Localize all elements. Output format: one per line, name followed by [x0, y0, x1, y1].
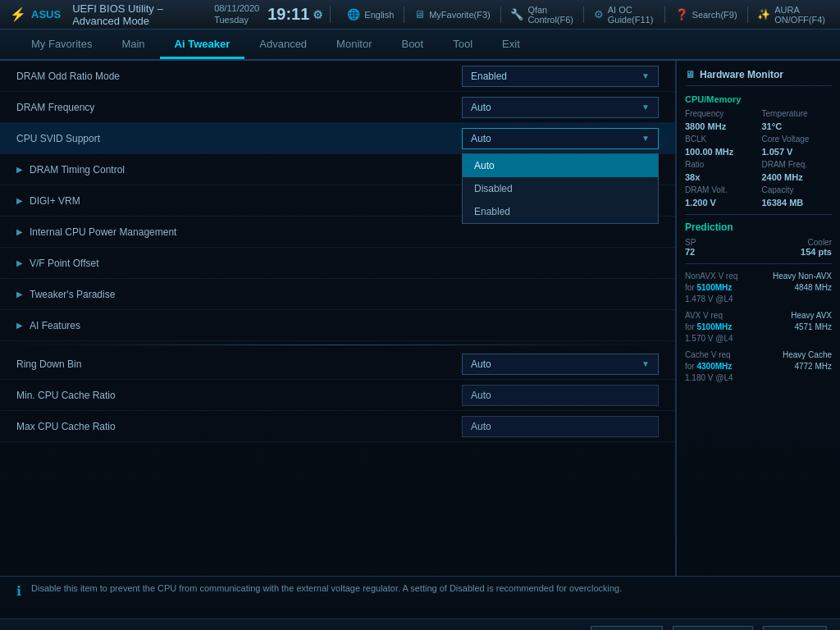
- hw-sp-col: SP 72: [685, 238, 696, 257]
- hw-pred-0-detail: 1.478 V @L4: [685, 294, 733, 304]
- internal-cpu-expand-icon: ▶: [16, 227, 23, 236]
- hw-metric-ratio-label: Ratio: [685, 160, 756, 169]
- hw-pred-0-freq: 5100MHz: [696, 283, 732, 292]
- header-divider-1: [330, 7, 331, 23]
- nav-ai-tweaker[interactable]: Ai Tweaker: [160, 31, 245, 59]
- ring-down-bin-selected: Auto: [471, 358, 491, 370]
- hw-metric-dramvolt-value: 1.200 V: [685, 198, 756, 208]
- header-nav-qfan[interactable]: 🔧 Qfan Control(F6): [505, 3, 578, 26]
- hw-pred-0-left: NonAVX V req for 5100MHz 1.478 V @L4: [685, 271, 737, 305]
- hw-monitor-title-text: Hardware Monitor: [700, 69, 783, 80]
- hw-pred-2-right-value: 4772 MHz: [794, 362, 832, 371]
- hw-metric-freq-label: Frequency: [685, 109, 756, 118]
- dropdown-option-enabled[interactable]: Enabled: [463, 200, 658, 223]
- ring-down-bin-dropdown[interactable]: Auto ▼: [462, 354, 659, 375]
- nav-advanced[interactable]: Advanced: [244, 31, 322, 59]
- header-nav-myfavorite[interactable]: 🖥 MyFavorite(F3): [409, 7, 495, 22]
- max-cpu-cache-input[interactable]: Auto: [462, 416, 659, 437]
- hw-cooler-col: Cooler 154 pts: [801, 238, 832, 257]
- header-nav-language[interactable]: 🌐 English: [342, 7, 399, 22]
- nav-boot[interactable]: Boot: [386, 31, 438, 59]
- dropdown-option-disabled[interactable]: Disabled: [463, 177, 658, 200]
- hw-metric-bclk-value: 100.00 MHz: [685, 147, 756, 157]
- nav-exit[interactable]: Exit: [487, 31, 535, 59]
- aura-label: AURA ON/OFF(F4): [774, 5, 825, 25]
- ez-mode-btn[interactable]: EzMode(F7) →: [673, 626, 754, 631]
- hw-metric-ratio-value: 38x: [685, 172, 756, 182]
- cpu-svid-dropdown[interactable]: Auto ▼: [462, 128, 659, 149]
- hw-metric-dramfreq-value: 2400 MHz: [762, 172, 833, 182]
- ai-features-expand-icon: ▶: [16, 321, 23, 330]
- ring-down-bin-label: Ring Down Bin: [16, 358, 462, 370]
- dram-odd-ratio-dropdown[interactable]: Enabled ▼: [462, 66, 659, 87]
- ai-features-label: ▶ AI Features: [16, 320, 659, 331]
- hw-metric-bclk-label: BCLK: [685, 135, 756, 144]
- hw-divider-2: [685, 263, 832, 264]
- header: ⚡ ASUS UEFI BIOS Utility – Advanced Mode…: [0, 0, 840, 30]
- header-divider-2: [404, 7, 404, 23]
- cpu-svid-label: CPU SVID Support: [16, 133, 462, 144]
- hw-metric-temp-value: 31°C: [762, 121, 833, 131]
- setting-ai-features[interactable]: ▶ AI Features: [0, 310, 675, 341]
- dram-timing-expand-icon: ▶: [16, 165, 23, 174]
- setting-dram-freq: DRAM Frequency Auto ▼: [0, 92, 675, 123]
- info-icon: ℹ: [16, 583, 21, 599]
- header-nav-aura[interactable]: ✨ AURA ON/OFF(F4): [752, 3, 830, 26]
- hw-pred-1-right: Heavy AVX 4571 MHz: [791, 310, 832, 345]
- dram-freq-selected: Auto: [471, 102, 491, 113]
- hot-keys-btn[interactable]: Hot Keys ?: [763, 626, 827, 631]
- setting-max-cpu-cache: Max CPU Cache Ratio Auto: [0, 411, 675, 442]
- header-nav-search[interactable]: ❓ Search(F9): [670, 7, 742, 22]
- hw-monitor-panel: 🖥 Hardware Monitor CPU/Memory Frequency …: [676, 61, 840, 576]
- time-text: 19:11: [267, 5, 309, 24]
- myfavorite-label: MyFavorite(F3): [429, 10, 491, 20]
- dram-freq-dropdown[interactable]: Auto ▼: [462, 97, 659, 118]
- cpu-svid-value: Auto ▼ Auto Disabled Enabled: [462, 128, 659, 149]
- hw-prediction-title: Prediction: [685, 221, 832, 233]
- dram-odd-ratio-selected: Enabled: [471, 71, 507, 82]
- internal-cpu-label: ▶ Internal CPU Power Management: [16, 226, 659, 238]
- min-cpu-cache-label: Min. CPU Cache Ratio: [16, 390, 462, 401]
- language-icon: 🌐: [347, 8, 360, 21]
- nav-main[interactable]: Main: [107, 31, 159, 59]
- header-nav-aioc[interactable]: ⚙ AI OC Guide(F11): [589, 3, 660, 26]
- dropdown-option-auto[interactable]: Auto: [463, 154, 658, 177]
- info-text: Disable this item to prevent the CPU fro…: [31, 582, 622, 596]
- aura-icon: ✨: [757, 8, 770, 21]
- hw-pred-0-right-value: 4848 MHz: [794, 283, 832, 292]
- bottom-bar-right: Last Modified EzMode(F7) → Hot Keys ?: [591, 626, 827, 631]
- nav-monitor[interactable]: Monitor: [322, 31, 386, 59]
- language-label: English: [364, 10, 394, 20]
- header-divider-6: [747, 7, 748, 23]
- settings-panel: DRAM Odd Ratio Mode Enabled ▼ DRAM Frequ…: [0, 61, 676, 576]
- header-datetime: 08/11/2020 Tuesday: [214, 3, 259, 25]
- hw-pred-2-left: Cache V req for 4300MHz 1.180 V @L4: [685, 349, 733, 384]
- setting-tweakers-paradise[interactable]: ▶ Tweaker's Paradise: [0, 279, 675, 310]
- hw-sp-label: SP: [685, 238, 696, 247]
- dram-odd-ratio-label: DRAM Odd Ratio Mode: [16, 71, 462, 82]
- hw-pred-2-label: Cache V req: [685, 350, 731, 359]
- min-cpu-cache-value: Auto: [462, 385, 659, 406]
- qfan-label: Qfan Control(F6): [527, 5, 573, 25]
- setting-vf-point[interactable]: ▶ V/F Point Offset: [0, 248, 675, 279]
- setting-min-cpu-cache: Min. CPU Cache Ratio Auto: [0, 380, 675, 411]
- setting-dram-odd-ratio: DRAM Odd Ratio Mode Enabled ▼: [0, 61, 675, 92]
- header-time: 19:11 ⚙: [267, 5, 323, 24]
- tweakers-paradise-label: ▶ Tweaker's Paradise: [16, 289, 659, 300]
- nav-favorites[interactable]: My Favorites: [16, 31, 107, 59]
- hw-pred-2-detail: 1.180 V @L4: [685, 373, 733, 382]
- hw-pred-1-right-label: Heavy AVX: [791, 311, 832, 320]
- gear-icon[interactable]: ⚙: [313, 8, 323, 21]
- min-cpu-cache-input[interactable]: Auto: [462, 385, 659, 406]
- main-content: DRAM Odd Ratio Mode Enabled ▼ DRAM Frequ…: [0, 61, 840, 576]
- header-divider-5: [664, 7, 665, 23]
- setting-cpu-svid: CPU SVID Support Auto ▼ Auto Disabled En…: [0, 123, 675, 154]
- hw-divider: [685, 214, 832, 215]
- last-modified-btn[interactable]: Last Modified: [591, 626, 662, 631]
- aioc-label: AI OC Guide(F11): [608, 5, 655, 25]
- dram-freq-label: DRAM Frequency: [16, 102, 462, 113]
- qfan-icon: 🔧: [510, 8, 523, 21]
- search-icon: ❓: [675, 8, 688, 21]
- nav-tool[interactable]: Tool: [438, 31, 487, 59]
- info-bar: ℹ Disable this item to prevent the CPU f…: [0, 576, 840, 619]
